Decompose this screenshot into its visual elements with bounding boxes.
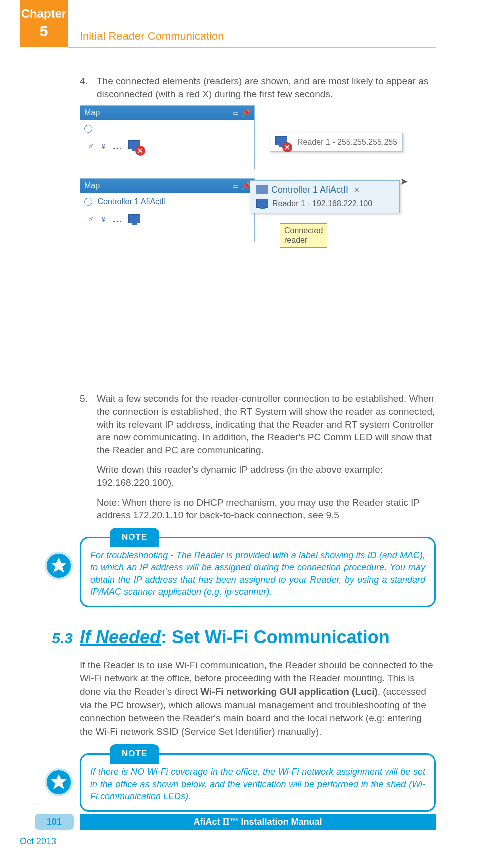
note-icon bbox=[45, 552, 73, 580]
callout-box: Connected reader bbox=[280, 224, 328, 248]
collapse-icon[interactable]: − bbox=[84, 125, 92, 133]
callout-connector bbox=[295, 216, 296, 224]
page-title: Initial Reader Communication bbox=[80, 30, 224, 43]
panel-left: − Controller 1 AfiActII ♂ ♀ … bbox=[80, 194, 254, 242]
list-number: 4. bbox=[80, 75, 97, 100]
icon-strip: ♂ ♀ … bbox=[84, 212, 250, 226]
list-number: 5. bbox=[80, 392, 97, 522]
section-title-underlined: If Needed bbox=[80, 627, 161, 648]
screenshot-mock: Map ▭ 📌 − ♂ ♀ … ✕ bbox=[80, 106, 410, 388]
note-box-1: NOTE For troubleshooting - The Reader is… bbox=[80, 537, 436, 608]
controller-card: Controller 1 AfiActII × Reader 1 - 192.1… bbox=[250, 180, 400, 214]
note-text: For troubleshooting - The Reader is prov… bbox=[80, 537, 436, 608]
controller-icon bbox=[256, 186, 268, 194]
section-title: If Needed: Set Wi-Fi Communication bbox=[80, 626, 390, 650]
footer-manual-roman: II bbox=[222, 817, 230, 827]
cursor-icon: ➤ bbox=[400, 175, 408, 188]
callout-line1: Connected bbox=[284, 226, 323, 236]
window-minimize-icon[interactable]: ▭ bbox=[232, 108, 239, 118]
list-subtext-1: Write down this reader's dynamic IP addr… bbox=[97, 464, 436, 489]
window-titlebar-2: Map ▭ 📌 bbox=[80, 178, 255, 194]
section-title-rest: : Set Wi-Fi Communication bbox=[161, 627, 390, 648]
ellipsis-icon: … bbox=[112, 140, 124, 153]
panel-left: − ♂ ♀ … ✕ bbox=[80, 120, 254, 169]
controller-title: Controller 1 AfiActII bbox=[272, 184, 348, 196]
page-content: 4. The connected elements (readers) are … bbox=[80, 75, 436, 822]
female-icon: ♀ bbox=[100, 212, 108, 226]
section-heading: 5.3 If Needed: Set Wi-Fi Communication bbox=[44, 626, 436, 650]
section-number: 5.3 bbox=[44, 628, 80, 649]
window-title: Map bbox=[84, 180, 232, 192]
screen-icon bbox=[256, 199, 268, 208]
panel-disconnected: − ♂ ♀ … ✕ bbox=[80, 120, 255, 170]
window-titlebar: Map ▭ 📌 bbox=[80, 106, 255, 120]
window-pin-icon[interactable]: 📌 bbox=[242, 182, 250, 191]
list-item-4: 4. The connected elements (readers) are … bbox=[80, 75, 436, 100]
window-title: Map bbox=[84, 108, 232, 118]
list-text: The connected elements (readers) are sho… bbox=[97, 75, 436, 100]
male-icon: ♂ bbox=[88, 140, 95, 153]
callout-line2: reader bbox=[284, 236, 323, 245]
male-icon: ♂ bbox=[88, 212, 95, 226]
window-controls: ▭ 📌 bbox=[232, 182, 250, 191]
chapter-tab: Chapter 5 bbox=[20, 0, 68, 47]
female-icon: ♀ bbox=[100, 140, 108, 153]
controller-reader-row: Reader 1 - 192.168.222.100 bbox=[256, 198, 394, 210]
note-icon bbox=[45, 768, 73, 796]
screen-icon bbox=[128, 214, 140, 224]
list-text: Wait a few seconds for the reader-contro… bbox=[97, 392, 436, 522]
reader-label: Reader 1 - 192.168.222.100 bbox=[272, 198, 372, 210]
footer-manual-suffix: ™ Installation Manual bbox=[230, 817, 322, 827]
footer-manual-prefix: AfiAct bbox=[194, 817, 222, 827]
close-icon[interactable]: × bbox=[354, 184, 360, 196]
window-pin-icon[interactable]: 📌 bbox=[242, 108, 250, 118]
list-subtext-2: Note: When there is no DHCP mechanism, y… bbox=[97, 496, 436, 522]
page-number: 101 bbox=[35, 814, 74, 830]
panel-connected: − Controller 1 AfiActII ♂ ♀ … bbox=[80, 194, 255, 242]
list-item-5: 5. Wait a few seconds for the reader-con… bbox=[80, 392, 436, 522]
footer-bar: AfiAct II™ Installation Manual bbox=[80, 814, 436, 830]
controller-line: Controller 1 AfiActII bbox=[98, 198, 166, 206]
collapse-icon[interactable]: − bbox=[84, 198, 92, 206]
disconnected-icon: ✕ bbox=[136, 146, 146, 156]
section-paragraph: If the Reader is to use Wi-Fi communicat… bbox=[80, 659, 436, 739]
window-controls: ▭ 📌 bbox=[232, 108, 250, 118]
controller-title-row: Controller 1 AfiActII × bbox=[256, 184, 394, 196]
reader-label: Reader 1 - 255.255.255.255 bbox=[298, 137, 398, 148]
disconnected-icon: ✕ bbox=[282, 142, 292, 152]
note-label: NOTE bbox=[110, 528, 160, 548]
reader-card-disconnected: ✕ Reader 1 - 255.255.255.255 bbox=[270, 133, 403, 152]
chapter-number: 5 bbox=[20, 22, 68, 41]
chapter-label: Chapter bbox=[20, 6, 68, 22]
para-bold: Wi-Fi networking GUI application (Luci) bbox=[200, 686, 378, 697]
ellipsis-icon: … bbox=[112, 212, 124, 226]
note-label: NOTE bbox=[110, 744, 160, 764]
footer-date: Oct 2013 bbox=[20, 836, 56, 847]
window-minimize-icon[interactable]: ▭ bbox=[232, 182, 239, 191]
icon-strip: ♂ ♀ … ✕ bbox=[84, 140, 250, 153]
header-rule bbox=[68, 47, 436, 48]
note-box-2: NOTE If there is NO Wi-Fi coverage in th… bbox=[80, 754, 436, 812]
